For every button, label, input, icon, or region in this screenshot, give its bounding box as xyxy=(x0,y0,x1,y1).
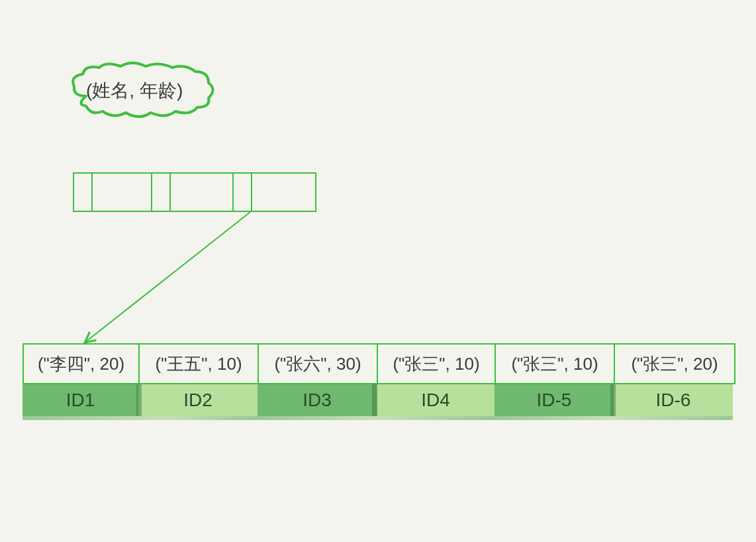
id-row: ID1 ID2 ID3 ID4 ID-5 ID-6 xyxy=(23,384,733,416)
id-cell: ID3 xyxy=(258,384,377,416)
tuple-cell: ("张三", 20) xyxy=(615,345,734,383)
cloud-label: (姓名, 年龄) xyxy=(86,78,183,103)
id-cell: ID-6 xyxy=(614,384,733,416)
pointer-array xyxy=(73,172,316,212)
pointer-cell xyxy=(152,174,171,211)
pointer-cell xyxy=(74,174,93,211)
pointer-cell xyxy=(252,174,315,211)
pointer-cell xyxy=(171,174,234,211)
underline-shadow xyxy=(23,416,733,420)
pointer-cell xyxy=(234,174,252,211)
id-cell: ID1 xyxy=(23,384,138,416)
id-cell: ID-5 xyxy=(495,384,614,416)
tuple-row: ("李四", 20) ("王五", 10) ("张六", 30) ("张三", … xyxy=(23,343,735,384)
tuple-cell: ("张三", 10) xyxy=(496,345,615,383)
shadow-edge xyxy=(372,384,377,416)
pointer-cell xyxy=(93,174,152,211)
id-cell: ID2 xyxy=(138,384,258,416)
tuple-cell: ("张六", 30) xyxy=(259,345,378,383)
tuple-cell: ("王五", 10) xyxy=(140,345,259,383)
shadow-edge xyxy=(136,384,142,416)
id-cell: ID4 xyxy=(377,384,495,416)
tuple-cell: ("李四", 20) xyxy=(24,345,140,383)
tuple-cell: ("张三", 10) xyxy=(378,345,496,383)
svg-line-0 xyxy=(85,212,250,343)
shadow-edge xyxy=(610,384,616,416)
